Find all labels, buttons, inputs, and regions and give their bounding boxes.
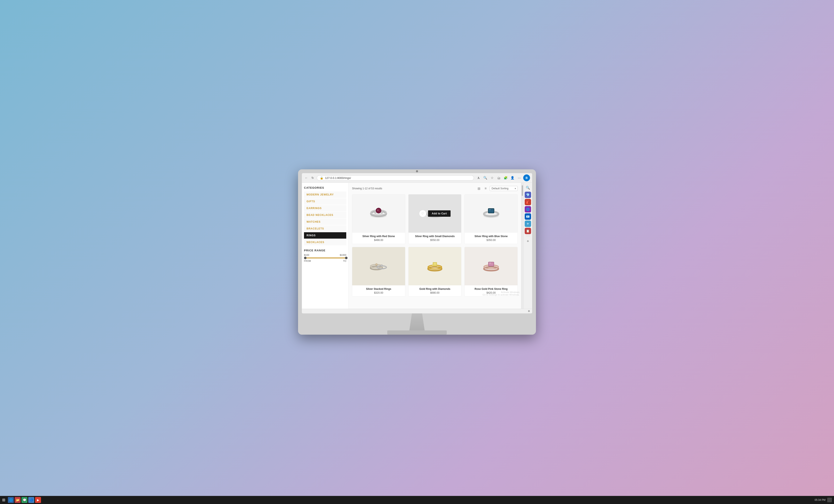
product-name-3: Silver Ring with Blue Stone xyxy=(467,235,515,238)
ext-diamond-icon[interactable]: 💎 xyxy=(525,192,531,198)
svg-point-34 xyxy=(431,266,432,267)
product-price-2: $550.00 xyxy=(411,239,459,242)
ext-clipboard-icon[interactable]: 📋 xyxy=(525,228,531,234)
price-max-label: $1000 xyxy=(340,254,346,256)
product-name-4: Silver Stacked Rings xyxy=(354,287,403,290)
taskbar-app-3[interactable]: 💬 xyxy=(21,497,27,503)
reader-mode-icon[interactable]: 𝐀 xyxy=(476,175,481,181)
bing-button[interactable]: B xyxy=(523,174,530,181)
grid-view-button[interactable]: ⊞ xyxy=(476,186,482,191)
view-controls: ⊞ ≡ Default Sorting Price: Low to High P… xyxy=(476,186,518,191)
ext-globe-icon[interactable]: 🌐 xyxy=(525,206,531,213)
price-slider-fill xyxy=(304,258,346,258)
sort-wrapper: Default Sorting Price: Low to High Price… xyxy=(490,186,518,191)
ext-bag-icon[interactable]: 🎒 xyxy=(525,199,531,205)
sidebar-item-earrings[interactable]: EARRINGS xyxy=(304,205,346,212)
favorites-icon[interactable]: ☆ xyxy=(489,175,495,181)
product-grid: Silver Ring with Red Stone $488.00 xyxy=(352,194,518,297)
taskbar-app-4[interactable]: 🔵 xyxy=(28,497,34,503)
sidebar-item-bead-necklaces[interactable]: BEAD NECKLACES xyxy=(304,212,346,218)
price-slider[interactable] xyxy=(304,258,346,258)
address-bar[interactable]: 🔒 127.0.0.1:8000/rings/ xyxy=(317,175,474,181)
product-price-1: $488.00 xyxy=(354,239,403,242)
product-card-2[interactable]: ♡ Add to Cart Silver Ring with Small Dia… xyxy=(408,194,462,244)
show-desktop-button[interactable] xyxy=(827,498,832,502)
ext-add-icon[interactable]: ＋ xyxy=(525,238,531,244)
back-button[interactable]: ← xyxy=(304,176,309,180)
results-header: Showing 1-12 of 53 results ⊞ ≡ Default S… xyxy=(352,186,518,191)
start-button[interactable]: ⊞ xyxy=(2,498,5,502)
browser-content: CATEGORIES MODERN JEWELRY GIFTS EARRINGS… xyxy=(302,183,532,309)
price-labels: $100 $1000 xyxy=(304,254,346,256)
price-range-title: PRICE RANGE xyxy=(304,249,346,252)
scrollbar-thumb[interactable] xyxy=(522,185,523,196)
product-name-5: Gold Ring with Diamonds xyxy=(411,287,459,290)
product-price-3: $350.00 xyxy=(467,239,515,242)
product-info-1: Silver Ring with Red Stone $488.00 xyxy=(352,233,405,244)
list-view-button[interactable]: ≡ xyxy=(483,186,488,191)
svg-point-31 xyxy=(381,265,382,266)
url-text: 127.0.0.1:8000/rings/ xyxy=(325,176,471,179)
sidebar-panel: CATEGORIES MODERN JEWELRY GIFTS EARRINGS… xyxy=(302,183,349,309)
status-bar: ⚙ xyxy=(302,309,532,313)
slider-thumb-min[interactable] xyxy=(304,257,307,259)
taskbar-app-2[interactable]: 📂 xyxy=(15,497,21,503)
taskbar-app-5[interactable]: ▶ xyxy=(35,497,41,503)
product-info-4: Silver Stacked Rings $320.00 xyxy=(352,285,405,297)
sort-select[interactable]: Default Sorting Price: Low to High Price… xyxy=(490,186,518,191)
product-card-1[interactable]: Silver Ring with Red Stone $488.00 xyxy=(352,194,405,244)
product-image-small-diamonds: ♡ Add to Cart xyxy=(409,194,461,233)
product-card-5[interactable]: Gold Ring with Diamonds $680.00 xyxy=(408,247,462,297)
product-card-3[interactable]: Silver Ring with Blue Stone $350.00 xyxy=(464,194,518,244)
product-image-stacked xyxy=(352,247,405,285)
sidebar-item-rings[interactable]: RINGS xyxy=(304,232,346,239)
product-price-4: $320.00 xyxy=(354,291,403,294)
product-card-6[interactable]: Rose Gold Pink Stone Ring $420.00 xyxy=(464,247,518,297)
price-from-to: FROM TO xyxy=(304,260,346,262)
extensions-icon[interactable]: 🧩 xyxy=(503,175,508,181)
price-min-label: $100 xyxy=(304,254,309,256)
settings-icon[interactable]: ⚙ xyxy=(528,310,530,312)
product-info-2: Silver Ring with Small Diamonds $550.00 xyxy=(409,233,461,244)
svg-point-43 xyxy=(486,266,487,267)
taskbar-app-1[interactable]: 🌐 xyxy=(8,497,14,503)
monitor-screen: ← ↻ 🔒 127.0.0.1:8000/rings/ 𝐀 🔍 ☆ 🗂 🧩 👤 … xyxy=(302,173,532,313)
more-icon[interactable]: ⋯ xyxy=(517,175,522,181)
browser-chrome: ← ↻ 🔒 127.0.0.1:8000/rings/ 𝐀 🔍 ☆ 🗂 🧩 👤 … xyxy=(302,173,532,183)
svg-point-29 xyxy=(375,263,377,266)
product-name-1: Silver Ring with Red Stone xyxy=(354,235,403,238)
zoom-icon[interactable]: 🔍 xyxy=(482,175,488,181)
from-label: FROM xyxy=(304,260,311,262)
refresh-button[interactable]: ↻ xyxy=(310,176,315,180)
taskbar-apps: 🌐 📂 💬 🔵 ▶ xyxy=(8,497,815,503)
slider-thumb-max[interactable] xyxy=(345,257,348,259)
ext-travel-icon[interactable]: ✈ xyxy=(525,221,531,227)
toolbar-icons: 𝐀 🔍 ☆ 🗂 🧩 👤 ⋯ B xyxy=(476,174,530,181)
svg-point-46 xyxy=(495,266,496,267)
wishlist-button-2[interactable]: ♡ xyxy=(419,210,426,217)
product-card-4[interactable]: Silver Stacked Rings $320.00 xyxy=(352,247,405,297)
add-to-cart-button-2[interactable]: Add to Cart xyxy=(428,210,451,217)
product-name-6: Rose Gold Pink Stone Ring xyxy=(467,287,515,290)
svg-rect-49 xyxy=(489,263,491,263)
windows-watermark: Activate WindowsGo to Settings to activa… xyxy=(482,291,520,296)
profile-icon[interactable]: 👤 xyxy=(510,175,515,181)
camera-dot xyxy=(416,170,418,172)
product-name-2: Silver Ring with Small Diamonds xyxy=(411,235,459,238)
sidebar-item-bracelets[interactable]: BRACELETS xyxy=(304,225,346,232)
sidebar-item-necklaces[interactable]: NECKLACES xyxy=(304,239,346,245)
collections-icon[interactable]: 🗂 xyxy=(496,175,502,181)
ext-email-icon[interactable]: 📧 xyxy=(525,213,531,220)
taskbar-right: 05:34 PM xyxy=(815,498,832,502)
svg-point-38 xyxy=(437,266,438,267)
right-sidebar: 🔍 💎 🎒 🌐 📧 ✈ 📋 ＋ xyxy=(523,183,532,309)
ext-search-icon[interactable]: 🔍 xyxy=(525,184,531,191)
taskbar: ⊞ 🌐 📂 💬 🔵 ▶ 05:34 PM xyxy=(0,496,834,504)
scrollbar[interactable] xyxy=(521,183,523,309)
monitor-base xyxy=(387,330,447,335)
sidebar-item-gifts[interactable]: GIFTS xyxy=(304,198,346,205)
sidebar-item-watches[interactable]: WATCHES xyxy=(304,219,346,225)
product-image-gold-diamond xyxy=(409,247,461,285)
product-image-red-stone xyxy=(352,194,405,233)
sidebar-item-modern-jewelry[interactable]: MODERN JEWELRY xyxy=(304,192,346,198)
